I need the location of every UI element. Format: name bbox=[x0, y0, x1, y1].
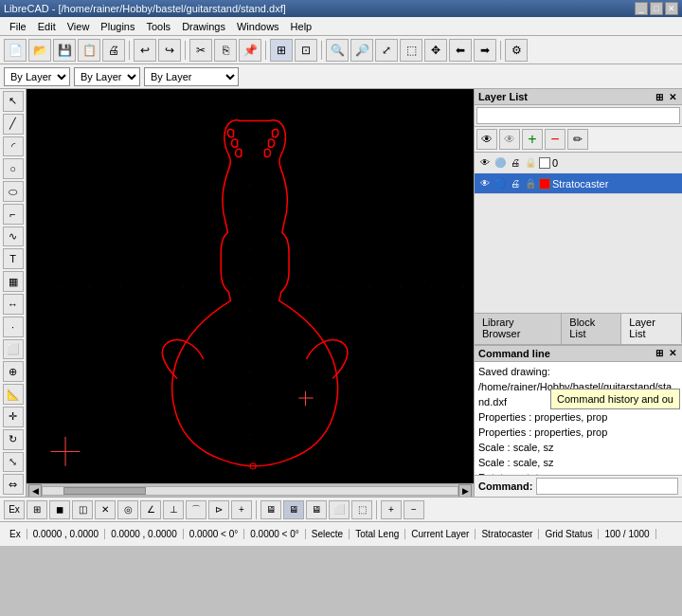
cmd-float-button[interactable]: ⊞ bbox=[654, 348, 665, 359]
layer-row-stratocaster[interactable]: 👁 🔵 🖨 🔒 Stratocaster bbox=[475, 173, 682, 194]
dim-tool[interactable]: ↔ bbox=[3, 294, 24, 315]
menu-windows[interactable]: Windows bbox=[231, 19, 285, 34]
layer-hide-all[interactable]: 👁 bbox=[499, 129, 520, 150]
snap-grid[interactable]: ⊞ bbox=[27, 500, 47, 519]
menu-plugins[interactable]: Plugins bbox=[95, 19, 140, 34]
scale-tool[interactable]: ⤡ bbox=[3, 452, 24, 473]
drawing-canvas[interactable] bbox=[27, 89, 474, 483]
layer-lock-0[interactable]: 🔒 bbox=[524, 156, 537, 170]
snap-perpendicular[interactable]: ⊥ bbox=[163, 500, 184, 519]
snap-tangent[interactable]: ⌒ bbox=[186, 500, 206, 519]
close-button[interactable]: ✕ bbox=[665, 2, 678, 15]
redo-button[interactable]: ↪ bbox=[158, 39, 181, 62]
print-button[interactable]: 🖨 bbox=[102, 39, 125, 62]
hscroll-track[interactable] bbox=[42, 486, 458, 496]
layer-panel-float[interactable]: ⊞ bbox=[654, 92, 665, 102]
saveas-button[interactable]: 📋 bbox=[78, 39, 100, 62]
snap-ex[interactable]: Ex bbox=[4, 500, 25, 519]
menu-drawings[interactable]: Drawings bbox=[176, 19, 231, 34]
layer-color-0[interactable] bbox=[539, 157, 550, 169]
snap-midpoint[interactable]: ◫ bbox=[72, 500, 93, 519]
maximize-button[interactable]: □ bbox=[650, 2, 663, 15]
zoom-fit[interactable]: ⤢ bbox=[375, 39, 398, 62]
snap-endpoint[interactable]: ◼ bbox=[49, 500, 70, 519]
tab-library-browser[interactable]: Library Browser bbox=[475, 314, 562, 344]
grid-toggle[interactable]: ⊞ bbox=[270, 39, 293, 62]
view-monitor[interactable]: 🖥 bbox=[260, 500, 281, 519]
snap-angle[interactable]: ∠ bbox=[140, 500, 161, 519]
layer-edit[interactable]: ✏ bbox=[567, 129, 588, 150]
zoom-next[interactable]: ➡ bbox=[474, 39, 496, 62]
block-tool[interactable]: ⬜ bbox=[3, 339, 24, 360]
layer-search-input[interactable] bbox=[476, 107, 680, 124]
snap-ortho[interactable]: + bbox=[231, 500, 252, 519]
grid-plus[interactable]: + bbox=[381, 500, 402, 519]
measure-tool[interactable]: 📐 bbox=[3, 384, 24, 405]
menu-file[interactable]: File bbox=[4, 19, 32, 34]
layer-visibility-0[interactable]: 👁 bbox=[478, 156, 492, 170]
layer-print-strat[interactable]: 🖨 bbox=[509, 177, 522, 190]
save-button[interactable]: 💾 bbox=[53, 39, 76, 62]
text-tool[interactable]: T bbox=[3, 248, 24, 269]
layer-print-0[interactable]: 🖨 bbox=[509, 156, 522, 170]
spline-tool[interactable]: ∿ bbox=[3, 226, 24, 247]
insert-tool[interactable]: ⊕ bbox=[3, 361, 24, 382]
layer-add[interactable]: + bbox=[522, 129, 543, 150]
snap-nearest[interactable]: ⊳ bbox=[208, 500, 229, 519]
zoom-prev[interactable]: ⬅ bbox=[449, 39, 472, 62]
new-button[interactable]: 📄 bbox=[4, 39, 27, 62]
grid-minus[interactable]: − bbox=[404, 500, 424, 519]
zoom-in[interactable]: 🔍 bbox=[326, 39, 349, 62]
canvas-hscroll[interactable]: ◀ ▶ bbox=[27, 483, 474, 497]
snap-intersection[interactable]: ✕ bbox=[95, 500, 116, 519]
hscroll-right[interactable]: ▶ bbox=[458, 484, 472, 498]
properties-button[interactable]: ⚙ bbox=[505, 39, 528, 62]
hscroll-thumb[interactable] bbox=[63, 487, 147, 495]
mirror-tool[interactable]: ⇔ bbox=[3, 474, 24, 495]
menu-tools[interactable]: Tools bbox=[140, 19, 176, 34]
select-tool[interactable]: ↖ bbox=[3, 91, 24, 112]
cut-button[interactable]: ✂ bbox=[189, 39, 212, 62]
arc-tool[interactable]: ◜ bbox=[3, 136, 24, 157]
paste-button[interactable]: 📌 bbox=[239, 39, 261, 62]
linewidth-by-layer[interactable]: By Layer bbox=[144, 67, 239, 86]
menu-view[interactable]: View bbox=[62, 19, 96, 34]
cmd-close-button[interactable]: ✕ bbox=[667, 348, 678, 359]
layer-row-0[interactable]: 👁 🔵 🖨 🔒 0 bbox=[475, 153, 682, 173]
ellipse-tool[interactable]: ⬭ bbox=[3, 181, 24, 202]
polyline-tool[interactable]: ⌐ bbox=[3, 204, 24, 225]
layer-panel-close[interactable]: ✕ bbox=[667, 92, 678, 102]
view-monitor4[interactable]: ⬜ bbox=[329, 500, 350, 519]
layer-remove[interactable]: − bbox=[545, 129, 565, 150]
layer-visibility-strat[interactable]: 👁 bbox=[478, 177, 492, 190]
menu-edit[interactable]: Edit bbox=[32, 19, 62, 34]
hscroll-left[interactable]: ◀ bbox=[28, 484, 42, 498]
tab-layer-list[interactable]: Layer List bbox=[621, 314, 682, 344]
linetype-by-layer[interactable]: By Layer bbox=[74, 67, 140, 86]
color-by-layer[interactable]: By Layer bbox=[4, 67, 70, 86]
layer-color-strat[interactable] bbox=[539, 178, 550, 190]
view-monitor5[interactable]: ⬚ bbox=[351, 500, 372, 519]
copy-button[interactable]: ⎘ bbox=[214, 39, 237, 62]
undo-button[interactable]: ↩ bbox=[134, 39, 156, 62]
rotate-tool[interactable]: ↻ bbox=[3, 429, 24, 450]
point-tool[interactable]: · bbox=[3, 317, 24, 337]
menu-help[interactable]: Help bbox=[285, 19, 318, 34]
layer-lock-strat[interactable]: 🔒 bbox=[524, 177, 537, 190]
minimize-button[interactable]: _ bbox=[635, 2, 648, 15]
layer-frozen-0[interactable]: 🔵 bbox=[494, 156, 507, 170]
canvas-area[interactable]: ◀ ▶ bbox=[27, 89, 474, 497]
layer-show-all[interactable]: 👁 bbox=[476, 129, 497, 150]
hatch-tool[interactable]: ▦ bbox=[3, 271, 24, 292]
command-input[interactable] bbox=[536, 478, 678, 495]
view-monitor3[interactable]: 🖥 bbox=[306, 500, 327, 519]
snap-button[interactable]: ⊡ bbox=[295, 39, 317, 62]
snap-center[interactable]: ◎ bbox=[117, 500, 138, 519]
layer-frozen-strat[interactable]: 🔵 bbox=[494, 177, 507, 190]
line-tool[interactable]: ╱ bbox=[3, 114, 24, 135]
zoom-out[interactable]: 🔎 bbox=[350, 39, 373, 62]
zoom-pan[interactable]: ✥ bbox=[424, 39, 447, 62]
circle-tool[interactable]: ○ bbox=[3, 158, 24, 179]
tab-block-list[interactable]: Block List bbox=[562, 314, 621, 344]
view-monitor2[interactable]: 🖥 bbox=[283, 500, 304, 519]
